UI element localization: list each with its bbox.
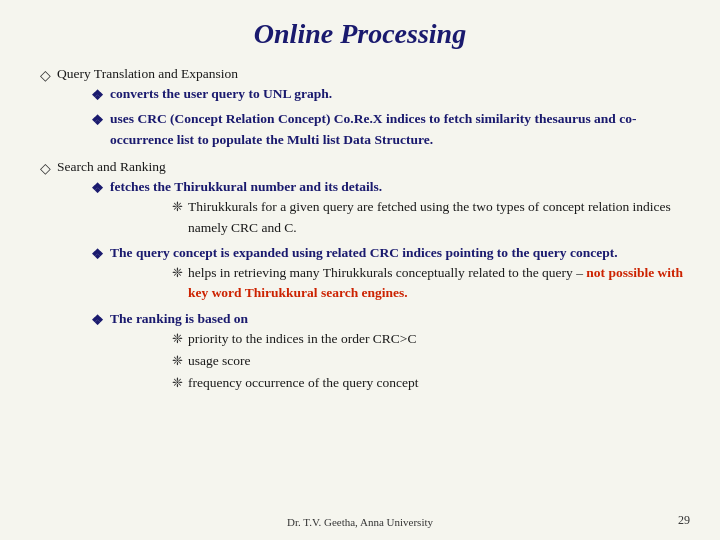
bullet-v: ❖ bbox=[91, 85, 104, 106]
bullet-asterisk: ❈ bbox=[172, 373, 183, 393]
item-text: priority to the indices in the order CRC… bbox=[188, 329, 690, 349]
list-item: ❈ priority to the indices in the order C… bbox=[172, 329, 690, 349]
bullet-v: ❖ bbox=[91, 310, 104, 331]
bullet-v: ❖ bbox=[91, 244, 104, 265]
page-number: 29 bbox=[678, 513, 690, 528]
normal-text: helps in retrieving many Thirukkurals co… bbox=[188, 265, 586, 280]
item-text: fetches the Thirukkural number and its d… bbox=[110, 179, 382, 194]
bullet-asterisk: ❈ bbox=[172, 263, 183, 283]
list-item: ❖ The query concept is expanded using re… bbox=[91, 243, 690, 306]
slide-title: Online Processing bbox=[30, 18, 690, 50]
list-item: ❈ helps in retrieving many Thirukkurals … bbox=[172, 263, 690, 304]
item-text: helps in retrieving many Thirukkurals co… bbox=[188, 263, 690, 304]
list-item: ❖ converts the user query to UNL graph. bbox=[91, 84, 690, 106]
list-item: ◇ Search and Ranking ❖ fetches the Thiru… bbox=[40, 157, 690, 399]
section-label: Query Translation and Expansion bbox=[57, 66, 238, 81]
bullet-asterisk: ❈ bbox=[172, 329, 183, 349]
list-item: ❈ Thirukkurals for a given query are fet… bbox=[172, 197, 690, 238]
item-text: The ranking is based on bbox=[110, 311, 248, 326]
item-text: The query concept is expanded using rela… bbox=[110, 245, 618, 260]
content-area: ◇ Query Translation and Expansion ❖ conv… bbox=[30, 64, 690, 399]
list-item: ❖ uses CRC (Concept Relation Concept) Co… bbox=[91, 109, 690, 150]
item-text: usage score bbox=[188, 351, 690, 371]
list-item: ❈ usage score bbox=[172, 351, 690, 371]
footer-text: Dr. T.V. Geetha, Anna University bbox=[0, 516, 720, 528]
item-text: frequency occurrence of the query concep… bbox=[188, 373, 690, 393]
item-text: converts the user query to UNL graph. bbox=[110, 86, 332, 101]
item-text: uses CRC (Concept Relation Concept) Co.R… bbox=[110, 111, 636, 146]
list-item: ◇ Query Translation and Expansion ❖ conv… bbox=[40, 64, 690, 153]
list-item: ❖ The ranking is based on ❈ priority to … bbox=[91, 309, 690, 396]
bullet-v: ❖ bbox=[91, 110, 104, 131]
slide: Online Processing ◇ Query Translation an… bbox=[0, 0, 720, 540]
bullet-asterisk: ❈ bbox=[172, 197, 183, 217]
bullet-asterisk: ❈ bbox=[172, 351, 183, 371]
bullet-diamond: ◇ bbox=[40, 158, 51, 179]
list-item: ❖ fetches the Thirukkural number and its… bbox=[91, 177, 690, 240]
bullet-v: ❖ bbox=[91, 178, 104, 199]
section-label: Search and Ranking bbox=[57, 159, 166, 174]
list-item: ❈ frequency occurrence of the query conc… bbox=[172, 373, 690, 393]
bullet-diamond: ◇ bbox=[40, 65, 51, 86]
item-text: Thirukkurals for a given query are fetch… bbox=[188, 197, 690, 238]
